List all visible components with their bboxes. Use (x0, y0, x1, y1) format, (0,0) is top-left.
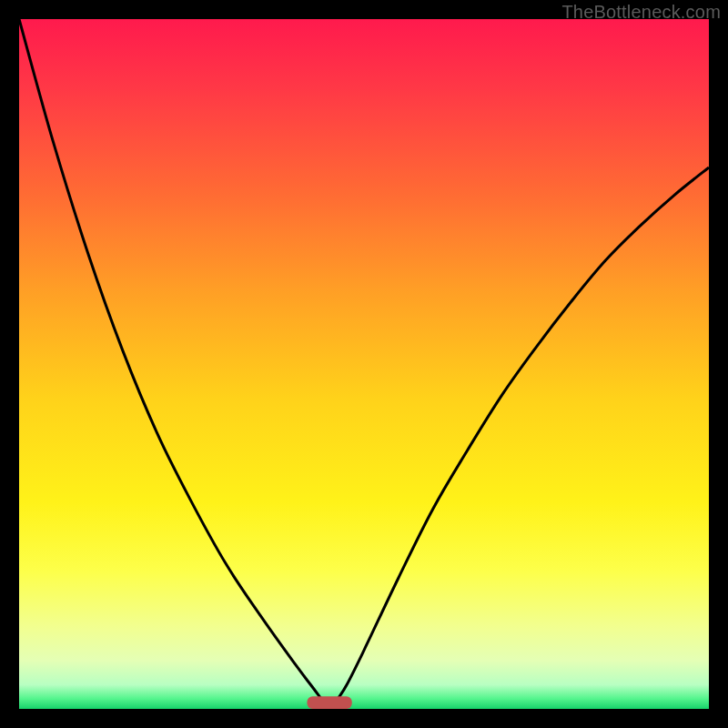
gradient-background (19, 19, 709, 709)
watermark-text: TheBottleneck.com (561, 2, 721, 23)
chart-frame (19, 19, 709, 709)
bottleneck-chart (19, 19, 709, 709)
minimum-marker (307, 696, 351, 709)
